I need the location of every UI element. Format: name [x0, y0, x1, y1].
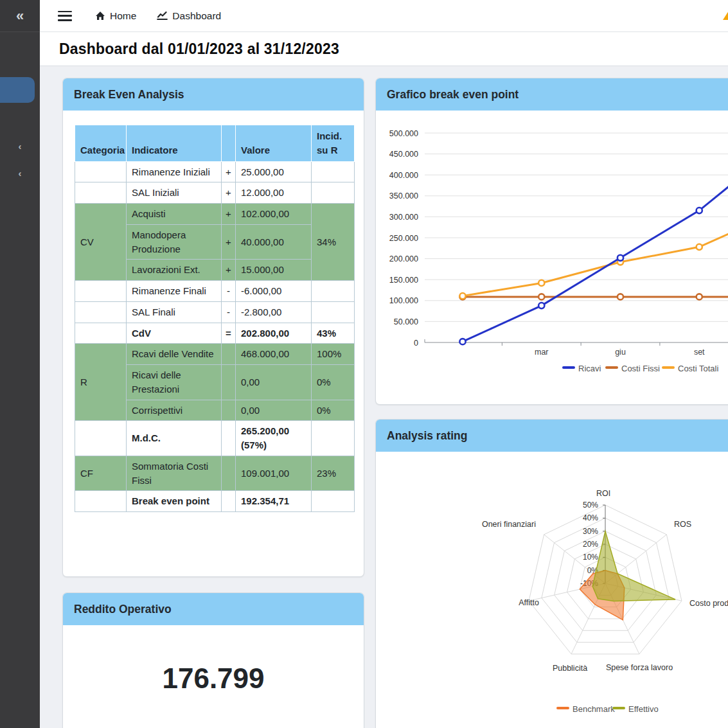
legend-swatch: [662, 366, 675, 369]
legend-swatch: [556, 707, 569, 709]
radar-scale-label: 30%: [583, 527, 598, 536]
cell-indicatore: Manodopera Produzione: [127, 224, 222, 260]
sidebar: « ‹ ‹: [0, 0, 40, 728]
costi-fissi-point: [697, 294, 702, 299]
radar-scale-label: 10%: [583, 553, 598, 562]
cell-categoria: [75, 421, 127, 456]
radar-axis-label: ROS: [674, 520, 691, 529]
y-axis-tick-label: 0: [414, 339, 418, 348]
cell-sign: +: [222, 260, 236, 281]
cell-categoria: CF: [75, 456, 127, 491]
warning-icon[interactable]: [723, 11, 728, 20]
cell-valore: 12.000,00: [236, 182, 312, 204]
table-row: M.d.C.265.200,00 (57%): [75, 421, 355, 456]
costi-totali-point: [697, 244, 702, 250]
table-row: Rimanenze Finali--6.000,00: [75, 281, 355, 302]
cell-categoria: [75, 301, 127, 323]
title-strip: Dashboard dal 01/01/2023 al 31/12/2023: [40, 32, 728, 66]
table-row: Rimanenze Iniziali+25.000,00: [75, 161, 355, 182]
cell-indicatore: Rimanenze Iniziali: [127, 161, 222, 182]
grafico-break-even-title: Grafico break even point: [387, 88, 519, 102]
x-axis-tick-label: giu: [615, 348, 626, 357]
radar-axis-label: Spese forza lavoro: [606, 663, 673, 672]
table-row: SAL Finali--2.800,00: [75, 301, 355, 323]
cell-indicatore: Lavorazioni Ext.: [127, 260, 222, 281]
radar-scale-label: 20%: [583, 540, 598, 549]
y-axis-tick-label: 500.000: [389, 129, 418, 138]
cell-sign: =: [222, 323, 236, 344]
cell-sign: -: [222, 281, 236, 302]
nav-dashboard-link[interactable]: Dashboard: [157, 10, 221, 22]
analysis-rating-card-header: Analysis rating: [376, 420, 728, 452]
legend-label: Costi Fissi: [621, 364, 660, 373]
radar-axis-label: Costo prodotto: [689, 599, 728, 608]
break-even-line-chart: 500.000450.000400.000350.000300.000250.0…: [376, 111, 728, 405]
legend-label: Effettivo: [628, 704, 659, 714]
col-header-sign: [222, 125, 236, 162]
cell-sign: [222, 365, 236, 400]
reddito-operativo-value: 176.799: [63, 662, 364, 695]
analysis-rating-title: Analysis rating: [387, 429, 467, 443]
sidebar-item-active[interactable]: [0, 77, 35, 103]
sidebar-item-expand-1[interactable]: ‹: [0, 139, 40, 152]
y-axis-tick-label: 100.000: [389, 296, 418, 305]
legend-swatch: [605, 366, 618, 369]
y-axis-tick-label: 350.000: [389, 191, 418, 200]
ricavi-point: [617, 255, 623, 261]
cell-indicatore: Corrispettivi: [127, 400, 222, 421]
page-title: Dashboard dal 01/01/2023 al 31/12/2023: [59, 40, 339, 58]
sidebar-collapse-button[interactable]: «: [0, 0, 40, 32]
nav-dashboard-label: Dashboard: [172, 10, 221, 22]
reddito-operativo-card: Reddito Operativo 176.799: [62, 592, 364, 728]
break-even-analysis-title: Break Even Analysis: [74, 88, 184, 102]
legend-label: Benchmark: [573, 704, 615, 714]
cell-incid-su-r: 0%: [312, 400, 355, 421]
table-row: SAL Iniziali+12.000,00: [75, 182, 355, 204]
break-even-table: Categoria Indicatore Valore Incid. su R …: [75, 125, 355, 512]
cell-valore: 202.800,00: [236, 323, 312, 344]
legend-swatch: [612, 707, 625, 709]
y-axis-tick-label: 50.000: [394, 317, 418, 326]
radar-axis-label: Oneri finanziari: [482, 520, 536, 529]
col-header-indicatore: Indicatore: [127, 125, 222, 162]
table-row: CdV=202.800,0043%: [75, 323, 355, 344]
cell-valore: -2.800,00: [236, 301, 312, 323]
y-axis-tick-label: 200.000: [389, 254, 418, 263]
cell-sign: +: [222, 224, 236, 260]
top-navbar: Home Dashboard: [40, 0, 728, 32]
cell-sign: [222, 491, 236, 512]
cell-incid-su-r: [312, 182, 355, 204]
cell-incid-su-r: 43%: [312, 323, 355, 344]
cell-sign: +: [222, 204, 236, 225]
cell-indicatore: Rcavi delle Vendite: [127, 344, 222, 365]
nav-home-link[interactable]: Home: [95, 10, 136, 22]
chevron-left-icon: ‹: [19, 141, 22, 152]
costi-fissi-point: [617, 294, 623, 299]
ricavi-point: [538, 303, 544, 308]
costi-totali-line: [463, 212, 728, 296]
cell-valore: 102.000,00: [236, 204, 312, 225]
cell-sign: -: [222, 301, 236, 323]
table-row: Break even point192.354,71: [75, 491, 355, 512]
costi-totali-point: [538, 280, 544, 286]
grafico-break-even-card: Grafico break even point 500.000450.0004…: [375, 78, 728, 405]
cell-valore: 468.000,00: [236, 344, 312, 365]
hamburger-menu-button[interactable]: [58, 11, 72, 21]
col-header-incid-su-r: Incid. su R: [312, 125, 355, 162]
sidebar-item-expand-2[interactable]: ‹: [0, 166, 40, 179]
cell-valore: 0,00: [236, 400, 312, 421]
break-even-analysis-card-header: Break Even Analysis: [63, 78, 364, 111]
table-row: CFSommatoria Costi Fissi109.001,0023%: [75, 456, 355, 491]
x-axis-tick-label: mar: [535, 348, 549, 357]
cell-incid-su-r: [312, 161, 355, 182]
ricavi-point: [459, 339, 465, 344]
legend-label: Costi Totali: [678, 364, 718, 373]
cell-incid-su-r: [312, 421, 355, 456]
cell-valore: -6.000,00: [236, 281, 312, 302]
cell-incid-su-r: 100%: [312, 344, 355, 365]
double-chevron-left-icon: «: [16, 8, 24, 24]
cell-valore: 15.000,00: [236, 260, 312, 281]
cell-sign: +: [222, 182, 236, 204]
line-chart-icon: [157, 11, 168, 21]
cell-valore: 109.001,00: [236, 456, 312, 491]
